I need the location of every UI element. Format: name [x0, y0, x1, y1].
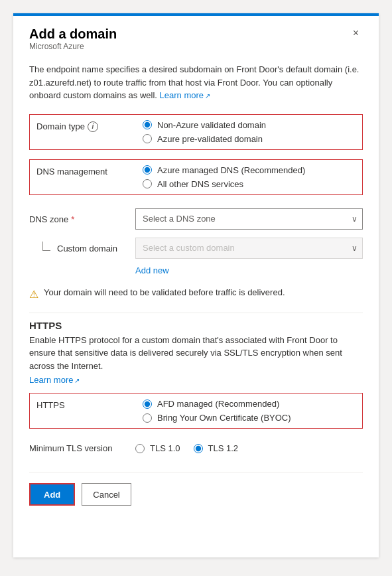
- https-byoc-radio[interactable]: [143, 413, 152, 423]
- https-afd-managed-radio[interactable]: [143, 399, 152, 409]
- panel-header: Add a domain Microsoft Azure ×: [29, 27, 363, 60]
- dns-management-label: DNS management: [36, 165, 143, 177]
- close-button[interactable]: ×: [349, 27, 363, 40]
- https-section-desc: Enable HTTPS protocol for a custom domai…: [29, 334, 363, 373]
- domain-type-section: Domain type i Non-Azure validated domain…: [29, 114, 363, 150]
- dns-zone-row: DNS zone * Select a DNS zone ∨: [29, 204, 363, 234]
- https-external-link-icon: ↗: [74, 377, 80, 384]
- https-section-title: HTTPS: [29, 320, 363, 331]
- dns-management-section: DNS management Azure managed DNS (Recomm…: [29, 159, 363, 195]
- add-new-container: Add new: [135, 263, 363, 275]
- dns-other-radio[interactable]: [143, 179, 152, 188]
- tls10-option[interactable]: TLS 1.0: [135, 443, 180, 453]
- https-field-controls: AFD managed (Recommended) Bring Your Own…: [143, 399, 356, 423]
- dns-zone-select[interactable]: Select a DNS zone: [135, 208, 363, 230]
- custom-domain-select-wrapper: Select a custom domain ∨: [135, 238, 363, 259]
- footer-buttons: Add Cancel: [29, 483, 363, 506]
- add-button[interactable]: Add: [29, 483, 75, 506]
- https-field-section: HTTPS AFD managed (Recommended) Bring Yo…: [29, 393, 363, 429]
- add-domain-panel: Add a domain Microsoft Azure × The endpo…: [13, 13, 379, 557]
- domain-type-non-azure-option[interactable]: Non-Azure validated domain: [143, 120, 356, 130]
- dns-azure-managed-option[interactable]: Azure managed DNS (Recommended): [143, 165, 356, 175]
- domain-type-controls: Non-Azure validated domain Azure pre-val…: [143, 120, 356, 144]
- dns-azure-managed-radio[interactable]: [143, 165, 152, 175]
- title-block: Add a domain Microsoft Azure: [29, 27, 117, 60]
- panel-title: Add a domain: [29, 27, 117, 42]
- tls-row: Minimum TLS version TLS 1.0 TLS 1.2: [29, 438, 363, 459]
- tls-label: Minimum TLS version: [29, 443, 135, 453]
- top-accent-bar: [13, 13, 379, 16]
- cancel-button[interactable]: Cancel: [82, 483, 131, 506]
- custom-domain-row: Custom domain Select a custom domain ∨: [29, 234, 363, 263]
- tls-options: TLS 1.0 TLS 1.2: [135, 443, 238, 453]
- dns-management-row: DNS management Azure managed DNS (Recomm…: [30, 160, 362, 194]
- domain-type-info-icon[interactable]: i: [88, 121, 98, 132]
- warning-row: ⚠ Your domain will need to be validated …: [29, 281, 363, 307]
- dns-zone-label: DNS zone *: [29, 213, 135, 224]
- https-field-row: HTTPS AFD managed (Recommended) Bring Yo…: [30, 394, 362, 428]
- warning-icon: ⚠: [29, 288, 38, 301]
- footer-divider: [29, 472, 363, 472]
- tree-line-icon: [42, 242, 50, 251]
- domain-type-row: Domain type i Non-Azure validated domain…: [30, 115, 362, 149]
- custom-domain-label: Custom domain: [29, 242, 135, 253]
- domain-type-non-azure-radio[interactable]: [143, 120, 152, 129]
- add-new-link[interactable]: Add new: [135, 265, 169, 275]
- tls12-option[interactable]: TLS 1.2: [194, 443, 239, 453]
- dns-other-option[interactable]: All other DNS services: [143, 179, 356, 189]
- https-byoc-option[interactable]: Bring Your Own Certificate (BYOC): [143, 413, 356, 423]
- header-learn-more-link[interactable]: Learn more↗: [160, 90, 210, 100]
- domain-type-label: Domain type i: [36, 120, 143, 132]
- tls12-radio[interactable]: [194, 444, 203, 453]
- domain-type-azure-pre-option[interactable]: Azure pre-validated domain: [143, 134, 356, 144]
- tls10-radio[interactable]: [135, 444, 145, 453]
- divider-1: [29, 313, 363, 313]
- domain-type-azure-pre-radio[interactable]: [143, 134, 152, 143]
- https-field-label: HTTPS: [36, 399, 143, 410]
- panel-content: The endpoint name specifies a desired su…: [29, 63, 363, 506]
- panel-subtitle: Microsoft Azure: [29, 42, 117, 51]
- https-learn-more-container: Learn more↗: [29, 375, 363, 385]
- https-afd-managed-option[interactable]: AFD managed (Recommended): [143, 399, 356, 409]
- external-link-icon: ↗: [205, 92, 210, 100]
- dns-management-controls: Azure managed DNS (Recommended) All othe…: [143, 165, 356, 189]
- https-learn-more-link[interactable]: Learn more↗: [29, 375, 80, 385]
- description-text: The endpoint name specifies a desired su…: [29, 63, 363, 102]
- dns-zone-required-marker: *: [71, 214, 74, 224]
- dns-zone-select-wrapper: Select a DNS zone ∨: [135, 208, 363, 230]
- custom-domain-select[interactable]: Select a custom domain: [135, 238, 363, 259]
